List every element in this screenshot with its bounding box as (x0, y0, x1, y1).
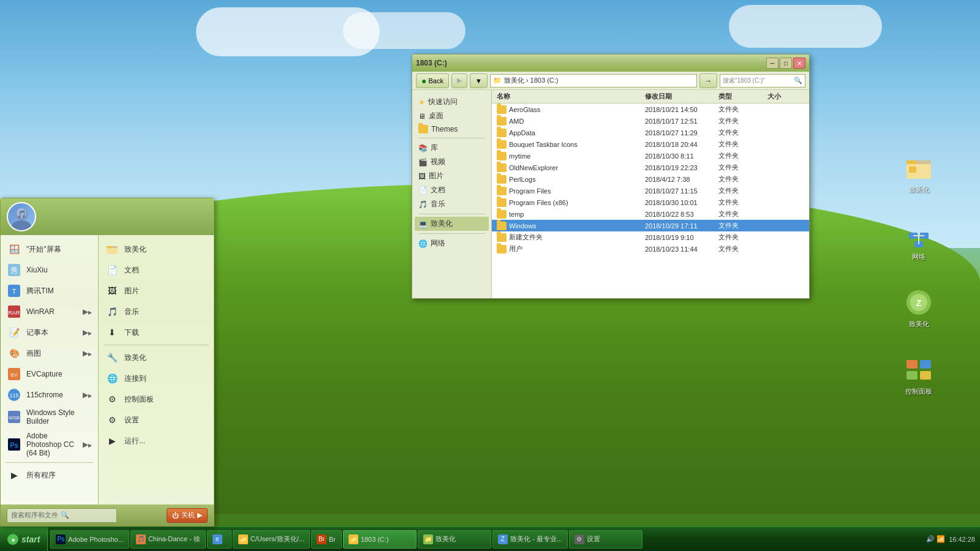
back-button[interactable]: ● Back (416, 73, 449, 88)
file-row[interactable]: Program Files2018/10/27 11:15文件夹 (492, 185, 809, 197)
menu-item-xiuxiu[interactable]: 秀 XiuXiu (1, 260, 98, 280)
col-date[interactable]: 修改日期 (645, 92, 718, 101)
sidebar-item-music[interactable]: 🎵 音乐 (415, 197, 489, 211)
sidebar-item-pictures[interactable]: 🖼 图片 (415, 169, 489, 183)
menu-item-right-download[interactable]: ⬇ 下载 (99, 322, 214, 343)
file-date-cell: 2018/10/27 11:15 (645, 187, 718, 195)
winrar-icon: RAR (7, 304, 21, 319)
file-name-cell: PerlLogs (497, 175, 645, 184)
taskbar-item-1803[interactable]: 📁 1803 (C:) (343, 530, 417, 549)
start-search-box[interactable]: 搜索程序和文件 🔍 (7, 508, 117, 523)
user-avatar: 🎵 (7, 202, 36, 231)
menu-item-right-run[interactable]: ▶ 运行... (99, 430, 214, 451)
menu-item-winrar[interactable]: RAR WinRAR ▶ (1, 301, 98, 322)
file-name-cell: temp (497, 210, 645, 219)
file-row[interactable]: 新建文件夹2018/10/19 9:10文件夹 (492, 231, 809, 243)
start-button[interactable]: ★ start (0, 527, 48, 551)
taskbar-item-zhumeihua[interactable]: 📁 致美化 (418, 530, 491, 549)
menu-item-all-programs[interactable]: ▶ 所有程序 (1, 465, 98, 485)
shutdown-arrow-icon: ▶ (197, 511, 202, 519)
sidebar-label-zhumeihua: 致美化 (431, 219, 453, 229)
minimize-button[interactable]: ─ (766, 58, 778, 69)
file-date-cell: 2018/10/18 20:44 (645, 141, 718, 148)
menu-item-notepad[interactable]: 📝 记事本 ▶ (1, 322, 98, 343)
file-row[interactable]: 用户2018/10/23 11:44文件夹 (492, 243, 809, 255)
sidebar-item-network[interactable]: 🌐 网络 (415, 236, 489, 250)
menu-item-right-zhumeihua[interactable]: 致美化 (99, 239, 214, 260)
menu-item-right-settings[interactable]: ⚙ 设置 (99, 410, 214, 430)
taskbar-item-browser[interactable]: e (207, 530, 232, 549)
col-type[interactable]: 类型 (718, 92, 767, 101)
sidebar-item-zhumeihua[interactable]: 💻 致美化 (415, 217, 489, 231)
col-name[interactable]: 名称 (497, 92, 645, 101)
desktop-icon-network[interactable]: 网络 (894, 220, 943, 261)
menu-item-right-control[interactable]: ⚙ 控制面板 (99, 389, 214, 410)
file-row[interactable]: temp2018/10/22 8:53文件夹 (492, 208, 809, 220)
file-type-cell: 文件夹 (718, 186, 767, 195)
menu-item-paint[interactable]: 🎨 画图 ▶ (1, 343, 98, 364)
sidebar-item-video[interactable]: 🎬 视频 (415, 155, 489, 169)
file-row[interactable]: AMD2018/10/17 12:51文件夹 (492, 115, 809, 127)
file-row[interactable]: Windows2018/10/29 17:11文件夹 (492, 220, 809, 231)
taskbar-item-settings[interactable]: ⚙ 设置 (569, 530, 643, 549)
desktop-icon-control-panel[interactable]: 控制面板 (894, 355, 943, 395)
col-size[interactable]: 大小 (767, 92, 804, 101)
right-pictures-label: 图片 (124, 286, 139, 296)
menu-item-photoshop[interactable]: Ps Adobe Photoshop CC (64 Bit) ▶ (1, 429, 98, 460)
file-date-cell: 2018/10/22 8:53 (645, 211, 718, 218)
address-folder-icon: 📁 (493, 77, 502, 84)
menu-item-evcapture[interactable]: EV EVCapture (1, 364, 98, 384)
menu-item-wsb[interactable]: WSB Windows Style Builder (1, 405, 98, 429)
file-row[interactable]: AppData2018/10/27 11:29文件夹 (492, 127, 809, 138)
dropdown-button[interactable]: ▼ (470, 73, 488, 88)
chrome-label: 115chrome (26, 391, 63, 399)
folder-icon-sm (497, 245, 507, 253)
sidebar-label-favorites: 快速访问 (428, 97, 458, 107)
documents-icon: 📄 (418, 186, 428, 195)
folder-icon-sm (497, 198, 507, 207)
taskbar-item-photoshop[interactable]: Ps Adobe Photosho... (50, 530, 129, 549)
file-date-cell: 2018/10/23 11:44 (645, 246, 718, 253)
sidebar-item-documents[interactable]: 📄 文档 (415, 183, 489, 197)
taskbar-item-ie[interactable]: Z 致美化 - 最专业... (492, 530, 568, 549)
forward-button[interactable]: ▶ (451, 73, 467, 88)
right-music-icon: 🎵 (105, 304, 119, 319)
close-button[interactable]: ✕ (793, 58, 805, 69)
menu-item-115chrome[interactable]: 115 115chrome ▶ (1, 384, 98, 405)
file-row[interactable]: mytime2018/10/30 8:11文件夹 (492, 150, 809, 162)
sidebar-sep-3 (418, 233, 485, 234)
file-row[interactable]: PerlLogs2018/4/12 7:38文件夹 (492, 173, 809, 185)
search-bar[interactable]: 搜索"1803 (C:)" 🔍 (720, 74, 805, 88)
file-row[interactable]: Program Files (x86)2018/10/30 10:01文件夹 (492, 197, 809, 208)
menu-item-start-screen[interactable]: 🪟 "开始"屏幕 (1, 239, 98, 260)
file-name-cell: AeroGlass (497, 105, 645, 114)
svg-text:115: 115 (9, 392, 18, 399)
taskbar-item-br[interactable]: Br Br (311, 530, 342, 549)
sidebar-item-library[interactable]: 📚 库 (415, 141, 489, 155)
photoshop-icon: Ps (7, 437, 21, 452)
sidebar-item-desktop[interactable]: 🖥 桌面 (415, 109, 489, 123)
menu-item-right-music[interactable]: 🎵 音乐 (99, 301, 214, 322)
file-row[interactable]: Bouquet Taskbar Icons2018/10/18 20:44文件夹 (492, 138, 809, 150)
address-go-button[interactable]: → (699, 73, 717, 88)
menu-item-right-connect[interactable]: 🌐 连接到 (99, 368, 214, 389)
menu-item-right-zhumeihua2[interactable]: 🔧 致美化 (99, 347, 214, 368)
sidebar-item-favorites[interactable]: ★ 快速访问 (415, 95, 489, 109)
menu-item-tim[interactable]: T 腾讯TIM (1, 280, 98, 301)
shutdown-button[interactable]: ⏻ 关机 ▶ (167, 508, 208, 523)
desktop-icon-zhumeihua-mid[interactable]: Z 致美化 (894, 288, 943, 328)
file-type-cell: 文件夹 (718, 163, 767, 172)
menu-item-right-documents[interactable]: 📄 文档 (99, 260, 214, 280)
taskbar-item-music[interactable]: 🎵 China-Dance - 徐 (130, 530, 206, 549)
desktop-icon-zhumeihua-top[interactable]: 致美化 (894, 153, 943, 193)
sidebar-item-themes[interactable]: Themes (415, 123, 489, 135)
music-icon: 🎵 (418, 200, 428, 209)
taskbar-item-explorer[interactable]: 📁 C/Users/致美化/... (233, 530, 310, 549)
folder-icon-sm (497, 140, 507, 149)
address-bar[interactable]: 📁 致美化 › 1803 (C:) (490, 74, 697, 88)
svg-rect-15 (920, 371, 931, 380)
menu-item-right-pictures[interactable]: 🖼 图片 (99, 280, 214, 301)
file-row[interactable]: OldNewExplorer2018/10/19 22:23文件夹 (492, 162, 809, 173)
file-row[interactable]: AeroGlass2018/10/21 14:50文件夹 (492, 103, 809, 115)
maximize-button[interactable]: □ (780, 58, 792, 69)
